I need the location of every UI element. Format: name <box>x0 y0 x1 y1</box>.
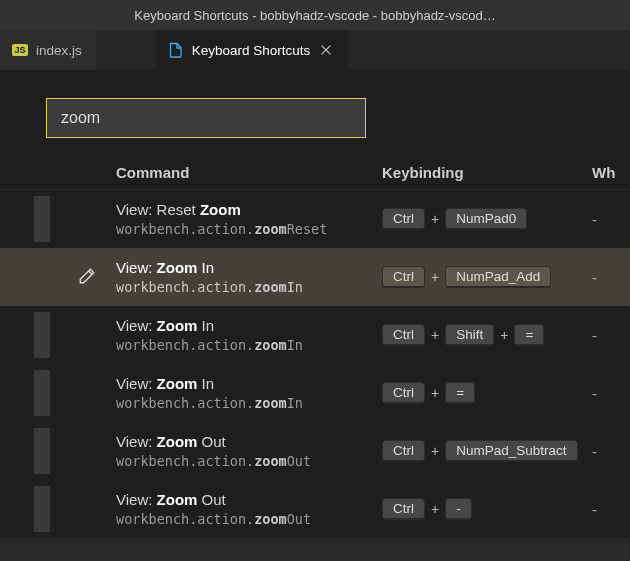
table-row[interactable]: View: Zoom Inworkbench.action.zoomInCtrl… <box>0 248 630 306</box>
file-icon <box>168 42 184 58</box>
command-cell: View: Zoom Inworkbench.action.zoomIn <box>56 317 382 353</box>
key-cap: NumPad0 <box>445 208 527 230</box>
key-cap: Ctrl <box>382 382 425 404</box>
key-cap: = <box>514 324 544 346</box>
table-row[interactable]: View: Zoom Inworkbench.action.zoomInCtrl… <box>0 364 630 422</box>
key-plus: + <box>431 385 439 401</box>
tab-index-js[interactable]: JS index.js <box>0 30 96 70</box>
command-cell: View: Zoom Inworkbench.action.zoomIn <box>56 375 382 411</box>
key-plus: + <box>431 327 439 343</box>
when-cell: - <box>592 269 630 286</box>
keybinding-cell: Ctrl+NumPad_Subtract <box>382 440 592 462</box>
keybinding-cell: Ctrl+NumPad_Add <box>382 266 592 288</box>
table-row[interactable]: View: Zoom Outworkbench.action.zoomOutCt… <box>0 422 630 480</box>
header-command[interactable]: Command <box>116 164 382 181</box>
key-cap: Shift <box>445 324 494 346</box>
key-plus: + <box>500 327 508 343</box>
tab-label: Keyboard Shortcuts <box>192 43 311 58</box>
window-titlebar: Keyboard Shortcuts - bobbyhadz-vscode - … <box>0 0 630 30</box>
tab-bar: JS index.js Keyboard Shortcuts <box>0 30 630 70</box>
when-cell: - <box>592 385 630 402</box>
key-plus: + <box>431 211 439 227</box>
row-gutter <box>0 486 56 532</box>
keybinding-cell: Ctrl+- <box>382 498 592 520</box>
command-id: workbench.action.zoomIn <box>116 279 382 295</box>
key-plus: + <box>431 269 439 285</box>
key-cap: Ctrl <box>382 498 425 520</box>
header-when[interactable]: Wh <box>592 164 630 181</box>
when-cell: - <box>592 327 630 344</box>
key-cap: Ctrl <box>382 208 425 230</box>
key-plus: + <box>431 501 439 517</box>
command-id: workbench.action.zoomOut <box>116 511 382 527</box>
command-id: workbench.action.zoomIn <box>116 337 382 353</box>
key-cap: NumPad_Subtract <box>445 440 577 462</box>
key-cap: NumPad_Add <box>445 266 551 288</box>
search-input[interactable] <box>46 98 366 138</box>
header-keybinding[interactable]: Keybinding <box>382 164 592 181</box>
command-cell: View: Zoom Outworkbench.action.zoomOut <box>56 491 382 527</box>
key-cap: Ctrl <box>382 440 425 462</box>
when-cell: - <box>592 211 630 228</box>
when-cell: - <box>592 443 630 460</box>
key-cap: Ctrl <box>382 324 425 346</box>
command-id: workbench.action.zoomIn <box>116 395 382 411</box>
row-gutter <box>0 196 56 242</box>
command-id: workbench.action.zoomOut <box>116 453 382 469</box>
pencil-icon[interactable] <box>78 267 96 288</box>
shortcuts-table: Command Keybinding Wh View: Reset Zoomwo… <box>0 156 630 538</box>
tab-gap <box>96 30 156 70</box>
table-row[interactable]: View: Zoom Inworkbench.action.zoomInCtrl… <box>0 306 630 364</box>
key-plus: + <box>431 443 439 459</box>
keybinding-cell: Ctrl+Shift+= <box>382 324 592 346</box>
command-cell: View: Reset Zoomworkbench.action.zoomRes… <box>56 201 382 237</box>
command-title: View: Reset Zoom <box>116 201 382 218</box>
row-gutter <box>0 312 56 358</box>
command-title: View: Zoom Out <box>116 491 382 508</box>
command-title: View: Zoom In <box>116 259 382 276</box>
command-cell: View: Zoom Inworkbench.action.zoomIn <box>56 259 382 295</box>
command-title: View: Zoom In <box>116 375 382 392</box>
row-gutter <box>0 370 56 416</box>
window-title: Keyboard Shortcuts - bobbyhadz-vscode - … <box>134 8 495 23</box>
key-cap: Ctrl <box>382 266 425 288</box>
js-icon: JS <box>12 42 28 58</box>
search-bar <box>0 70 630 156</box>
command-title: View: Zoom Out <box>116 433 382 450</box>
command-title: View: Zoom In <box>116 317 382 334</box>
table-header: Command Keybinding Wh <box>0 156 630 190</box>
tab-label: index.js <box>36 43 82 58</box>
close-icon[interactable] <box>318 42 334 58</box>
key-cap: - <box>445 498 472 520</box>
when-cell: - <box>592 501 630 518</box>
keybinding-cell: Ctrl+= <box>382 382 592 404</box>
command-cell: View: Zoom Outworkbench.action.zoomOut <box>56 433 382 469</box>
row-gutter <box>0 428 56 474</box>
keybinding-cell: Ctrl+NumPad0 <box>382 208 592 230</box>
key-cap: = <box>445 382 475 404</box>
command-id: workbench.action.zoomReset <box>116 221 382 237</box>
table-body: View: Reset Zoomworkbench.action.zoomRes… <box>0 190 630 538</box>
table-row[interactable]: View: Reset Zoomworkbench.action.zoomRes… <box>0 190 630 248</box>
tab-keyboard-shortcuts[interactable]: Keyboard Shortcuts <box>156 30 349 70</box>
table-row[interactable]: View: Zoom Outworkbench.action.zoomOutCt… <box>0 480 630 538</box>
